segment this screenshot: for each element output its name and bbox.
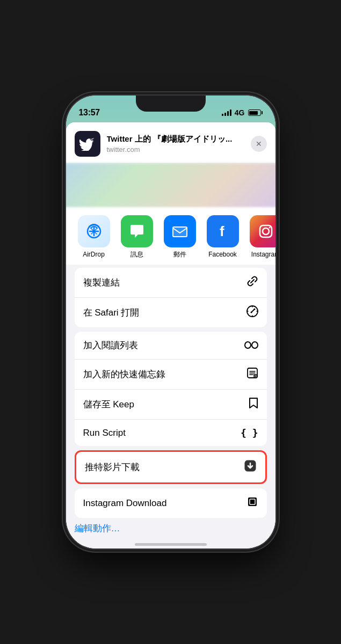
edit-actions-container: 編輯動作… (66, 522, 275, 539)
open-safari-label: 在 Safari 打開 (83, 306, 140, 319)
airdrop-icon (78, 215, 110, 247)
network-type: 4G (235, 108, 245, 117)
mail-label: 郵件 (173, 251, 186, 258)
app-icons-container: AirDrop 訊息 (66, 207, 275, 268)
run-script-action[interactable]: Run Script { } (75, 420, 267, 446)
signal-bars-icon (222, 109, 231, 116)
save-keep-action[interactable]: 儲存至 Keep (75, 390, 267, 420)
save-keep-icon (249, 397, 258, 412)
phone-frame: 13:57 4G (66, 96, 275, 548)
quick-note-action[interactable]: 加入新的快速備忘錄 (75, 360, 267, 390)
run-script-label: Run Script (83, 428, 126, 438)
tweet-download-label: 推特影片下載 (85, 461, 140, 473)
svg-point-8 (253, 309, 255, 310)
messages-label: 訊息 (130, 251, 143, 258)
instagram-download-icon (246, 496, 258, 510)
copy-link-label: 複製連結 (83, 276, 120, 289)
airdrop-label: AirDrop (83, 251, 105, 258)
reading-list-action[interactable]: 加入閱讀列表 (75, 332, 267, 360)
app-icons-scroll: AirDrop 訊息 (66, 215, 275, 258)
image-preview (66, 163, 275, 207)
svg-point-11 (252, 342, 258, 348)
instagram-label: Instagram (251, 251, 275, 258)
reading-list-label: 加入閱讀列表 (83, 339, 138, 352)
home-indicator (66, 539, 275, 548)
svg-point-9 (250, 312, 252, 313)
preview-title: Twitter 上的 『劇場版アイドリッ... (107, 134, 244, 144)
highlighted-action-group: 推特影片下載 (75, 450, 267, 484)
instagram-download-action[interactable]: Instagram Download (75, 488, 267, 518)
facebook-label: Facebook (208, 251, 237, 258)
svg-point-5 (263, 228, 269, 235)
svg-rect-1 (173, 227, 187, 237)
open-safari-icon (246, 305, 258, 320)
app-icon-instagram[interactable]: Instagram (244, 215, 275, 258)
preview-header: Twitter 上的 『劇場版アイドリッ... twitter.com ✕ (66, 122, 275, 164)
app-icon-facebook[interactable]: f Facebook (201, 215, 244, 258)
svg-point-6 (269, 227, 270, 229)
preview-text-block: Twitter 上的 『劇場版アイドリッ... twitter.com (107, 134, 244, 153)
open-safari-action[interactable]: 在 Safari 打開 (75, 298, 267, 327)
svg-text:f: f (220, 223, 224, 239)
save-keep-label: 儲存至 Keep (83, 398, 134, 411)
app-icon-messages[interactable]: 訊息 (115, 215, 158, 258)
preview-app-icon (75, 131, 100, 157)
action-group-1: 複製連結 在 Safari 打開 (75, 268, 267, 327)
preview-close-button[interactable]: ✕ (251, 136, 267, 152)
svg-point-10 (245, 342, 251, 348)
tweet-download-action[interactable]: 推特影片下載 (76, 452, 265, 482)
preview-url: twitter.com (107, 145, 244, 153)
home-bar (135, 543, 207, 546)
quick-note-icon (246, 367, 258, 382)
notch (136, 96, 206, 112)
phone-screen: 13:57 4G (66, 96, 275, 548)
action-group-2: 加入閱讀列表 加入新的快速備忘錄 (75, 332, 267, 446)
quick-note-label: 加入新的快速備忘錄 (83, 368, 165, 380)
edit-actions-button[interactable]: 編輯動作… (75, 523, 120, 533)
svg-rect-16 (250, 499, 255, 504)
instagram-icon (250, 215, 275, 247)
copy-link-action[interactable]: 複製連結 (75, 268, 267, 298)
action-group-3: Instagram Download (75, 488, 267, 518)
messages-icon (121, 215, 153, 247)
battery-icon (248, 109, 263, 116)
status-icons: 4G (222, 108, 263, 117)
status-time: 13:57 (79, 108, 100, 118)
app-icon-mail[interactable]: 郵件 (158, 215, 201, 258)
facebook-icon: f (207, 215, 239, 247)
run-script-icon: { } (241, 427, 258, 438)
tweet-download-icon (244, 459, 257, 475)
app-icon-airdrop[interactable]: AirDrop (72, 215, 115, 258)
copy-link-icon (246, 275, 258, 290)
instagram-download-label: Instagram Download (83, 498, 167, 509)
reading-list-icon (244, 339, 258, 352)
share-sheet: Twitter 上的 『劇場版アイドリッ... twitter.com ✕ (66, 122, 275, 548)
mail-icon (164, 215, 196, 247)
